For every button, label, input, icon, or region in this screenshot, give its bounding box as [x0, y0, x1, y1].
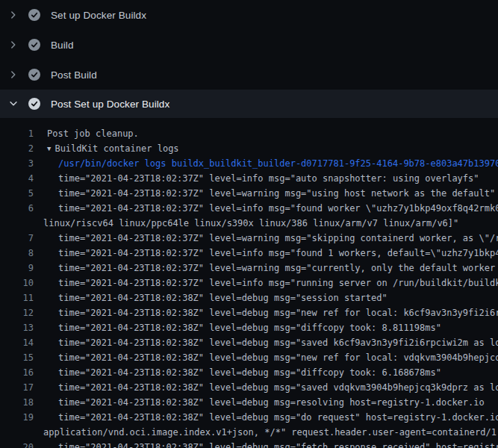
- log-line-text: time="2021-04-23T18:02:37Z" level=warnin…: [34, 231, 498, 246]
- log-line-number[interactable]: 13: [0, 320, 34, 335]
- log-line-text: time="2021-04-23T18:02:38Z" level=debug …: [34, 440, 498, 448]
- log-line: 15time="2021-04-23T18:02:38Z" level=debu…: [0, 350, 498, 365]
- step-label: Set up Docker Buildx: [51, 10, 146, 21]
- log-line: 2▼BuildKit container logs: [0, 141, 498, 156]
- log-line-text: time="2021-04-23T18:02:37Z" level=info m…: [34, 246, 498, 261]
- log-line: 18time="2021-04-23T18:02:38Z" level=debu…: [0, 395, 498, 410]
- log-line-number[interactable]: 17: [0, 380, 34, 395]
- log-line: 17time="2021-04-23T18:02:38Z" level=debu…: [0, 380, 498, 395]
- log-line: 8time="2021-04-23T18:02:37Z" level=info …: [0, 246, 498, 261]
- log-line: 20time="2021-04-23T18:02:38Z" level=debu…: [0, 440, 498, 448]
- step-label: Build: [51, 40, 74, 51]
- log-line: 5time="2021-04-23T18:02:37Z" level=warni…: [0, 186, 498, 201]
- log-line-number[interactable]: 16: [0, 365, 34, 380]
- log-line-text: application/vnd.oci.image.index.v1+json,…: [34, 425, 498, 440]
- log-line-text: time="2021-04-23T18:02:38Z" level=debug …: [34, 365, 441, 380]
- log-line-number[interactable]: 20: [0, 440, 34, 448]
- triangle-down-icon: ▼: [47, 141, 51, 156]
- log-line-text: time="2021-04-23T18:02:37Z" level=warnin…: [34, 261, 498, 276]
- log-line-text: Post job cleanup.: [34, 126, 139, 141]
- log-line-number[interactable]: 2: [0, 141, 34, 156]
- log-command-text: /usr/bin/docker logs buildx_buildkit_bui…: [34, 156, 498, 171]
- step-header[interactable]: Build: [0, 30, 498, 60]
- log-line: 3/usr/bin/docker logs buildx_buildkit_bu…: [0, 156, 498, 171]
- step-label: Post Build: [51, 69, 97, 81]
- log-line-text: time="2021-04-23T18:02:37Z" level=info m…: [34, 171, 479, 186]
- chevron-right-icon: [7, 9, 19, 21]
- log-group-toggle[interactable]: ▼BuildKit container logs: [34, 141, 179, 156]
- log-line: linux/riscv64 linux/ppc64le linux/s390x …: [0, 216, 498, 231]
- log-line: 9time="2021-04-23T18:02:37Z" level=warni…: [0, 261, 498, 276]
- log-line-number[interactable]: 9: [0, 261, 34, 276]
- log-line-number[interactable]: 12: [0, 305, 34, 320]
- check-circle-icon: [28, 98, 40, 110]
- chevron-down-icon: [7, 98, 19, 110]
- log-line-number[interactable]: 1: [0, 126, 34, 141]
- log-line-text: time="2021-04-23T18:02:37Z" level=warnin…: [34, 186, 495, 201]
- log-line-text: time="2021-04-23T18:02:38Z" level=debug …: [34, 320, 441, 335]
- steps-list: Set up Docker BuildxBuildPost BuildPost …: [0, 0, 498, 118]
- log-line-number: [0, 216, 34, 231]
- log-line-text: time="2021-04-23T18:02:37Z" level=info m…: [34, 276, 498, 290]
- log-line-text: time="2021-04-23T18:02:38Z" level=debug …: [34, 380, 498, 395]
- check-circle-icon: [28, 39, 40, 51]
- log-line-number[interactable]: 11: [0, 290, 34, 305]
- log-line-text: time="2021-04-23T18:02:38Z" level=debug …: [34, 395, 485, 410]
- log-line-text: time="2021-04-23T18:02:37Z" level=info m…: [34, 201, 498, 216]
- chevron-right-icon: [7, 39, 19, 51]
- log-line: 14time="2021-04-23T18:02:38Z" level=debu…: [0, 335, 498, 350]
- log-line-number[interactable]: 3: [0, 156, 34, 171]
- log-line-number[interactable]: 7: [0, 231, 34, 246]
- log-group-title: BuildKit container logs: [55, 143, 178, 154]
- log-line: 11time="2021-04-23T18:02:38Z" level=debu…: [0, 290, 498, 305]
- log-line-number[interactable]: 19: [0, 410, 34, 425]
- log-line-number[interactable]: 4: [0, 171, 34, 186]
- log-line-number: [0, 425, 34, 440]
- log-line-text: time="2021-04-23T18:02:38Z" level=debug …: [34, 290, 387, 305]
- step-header[interactable]: Post Build: [0, 60, 498, 90]
- log-line-text: time="2021-04-23T18:02:38Z" level=debug …: [34, 410, 498, 425]
- log-line: 19time="2021-04-23T18:02:38Z" level=debu…: [0, 410, 498, 425]
- step-label: Post Set up Docker Buildx: [51, 99, 169, 110]
- log-line: 13time="2021-04-23T18:02:38Z" level=debu…: [0, 320, 498, 335]
- step-header[interactable]: Set up Docker Buildx: [0, 0, 498, 30]
- chevron-right-icon: [7, 69, 19, 81]
- step-header[interactable]: Post Set up Docker Buildx: [0, 90, 498, 118]
- log-line: 12time="2021-04-23T18:02:38Z" level=debu…: [0, 305, 498, 320]
- log-viewer: 1Post job cleanup.2▼BuildKit container l…: [0, 118, 498, 448]
- log-line: 16time="2021-04-23T18:02:38Z" level=debu…: [0, 365, 498, 380]
- log-line-number[interactable]: 5: [0, 186, 34, 201]
- log-line: 1Post job cleanup.: [0, 126, 498, 141]
- log-line-number[interactable]: 18: [0, 395, 34, 410]
- log-line-number[interactable]: 14: [0, 335, 34, 350]
- log-line-number[interactable]: 6: [0, 201, 34, 216]
- log-line: 6time="2021-04-23T18:02:37Z" level=info …: [0, 201, 498, 216]
- log-line-text: time="2021-04-23T18:02:38Z" level=debug …: [34, 335, 498, 350]
- check-circle-icon: [28, 69, 40, 81]
- log-line-number[interactable]: 10: [0, 276, 34, 290]
- log-line-number[interactable]: 15: [0, 350, 34, 365]
- log-line: 4time="2021-04-23T18:02:37Z" level=info …: [0, 171, 498, 186]
- log-line-text: time="2021-04-23T18:02:38Z" level=debug …: [34, 350, 498, 365]
- log-line: application/vnd.oci.image.index.v1+json,…: [0, 425, 498, 440]
- check-circle-icon: [28, 9, 40, 21]
- log-line: 7time="2021-04-23T18:02:37Z" level=warni…: [0, 231, 498, 246]
- log-line-number[interactable]: 8: [0, 246, 34, 261]
- log-line: 10time="2021-04-23T18:02:37Z" level=info…: [0, 276, 498, 290]
- log-line-text: linux/riscv64 linux/ppc64le linux/s390x …: [34, 216, 458, 231]
- log-line-text: time="2021-04-23T18:02:38Z" level=debug …: [34, 305, 498, 320]
